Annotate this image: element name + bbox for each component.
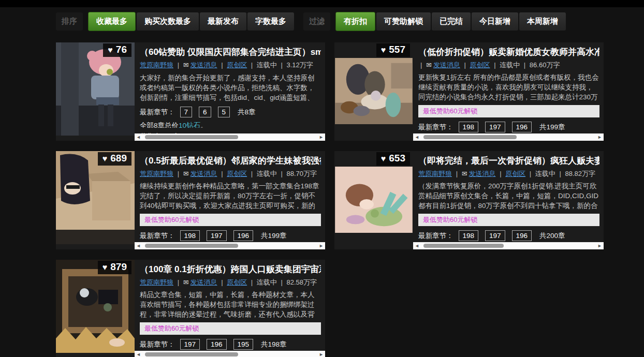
scrollbar-thumb[interactable]: [423, 244, 504, 248]
horizontal-scrollbar[interactable]: ◄ ►: [135, 351, 325, 357]
scroll-right-arrow[interactable]: ►: [319, 135, 324, 140]
separator: |: [249, 278, 255, 286]
scroll-left-arrow[interactable]: ◄: [415, 243, 419, 248]
latest-chapters-label: 最新章节：: [418, 123, 453, 132]
latest-chapters-row: 最新章节： 198 197 196 共199章: [418, 122, 599, 132]
chapter-link[interactable]: 197: [485, 122, 505, 132]
discount-price-link[interactable]: 10钻石: [179, 122, 200, 128]
scroll-right-arrow[interactable]: ►: [319, 352, 324, 357]
scrollbar-thumb[interactable]: [423, 135, 517, 139]
author-link[interactable]: 荒原南野狼: [140, 170, 173, 177]
scroll-left-arrow[interactable]: ◄: [415, 135, 419, 140]
sort-newest-button[interactable]: 最新发布: [200, 12, 246, 31]
novel-title[interactable]: （0.5折最后最优促销）邻居家的学生妹被我强行绑架之: [140, 155, 321, 167]
status-text: 连载中: [257, 170, 277, 177]
scroll-left-arrow[interactable]: ◄: [136, 352, 141, 357]
send-message-link[interactable]: 发送消息: [191, 61, 217, 69]
separator: |: [219, 278, 225, 286]
novel-card[interactable]: ♥689 （0.5折最后最优促销）邻居家的学生妹被我强行绑架之 荒原南野狼 | …: [56, 151, 325, 249]
separator: |: [175, 170, 181, 177]
author-link[interactable]: 荒原南野狼: [418, 170, 452, 177]
author-link[interactable]: 荒原南野狼: [140, 278, 173, 286]
scroll-left-arrow[interactable]: ◄: [136, 135, 141, 140]
horizontal-scrollbar[interactable]: ◄ ►: [135, 242, 325, 249]
separator: |: [219, 61, 225, 69]
sponsor-unlock-link[interactable]: 最低赞助60元解锁: [418, 105, 599, 117]
chapter-total: 共8章: [238, 108, 256, 117]
sort-most-purchased-button[interactable]: 购买次数最多: [137, 12, 199, 31]
chapter-link[interactable]: 198: [459, 230, 479, 241]
separator: |: [557, 170, 563, 177]
novel-thumbnail[interactable]: ♥76: [56, 42, 135, 136]
chapter-link[interactable]: 195: [233, 339, 254, 350]
novel-title[interactable]: （即将完结，最后一次骨折促销）疯狂人贩夫妻连环绑: [418, 155, 599, 167]
filter-sponsor-unlock-button[interactable]: 可赞助解锁: [376, 12, 431, 31]
filter-new-today-button[interactable]: 今日新增: [472, 12, 518, 31]
novel-card[interactable]: ♥653 （即将完结，最后一次骨折促销）疯狂人贩夫妻连环绑 荒原南野狼 | ✉发…: [334, 151, 604, 249]
novel-thumbnail[interactable]: ♥689: [56, 151, 135, 244]
horizontal-scrollbar[interactable]: ◄ ►: [413, 133, 604, 141]
novel-title[interactable]: （100章 0.1折折优惠）跨国人口贩卖集团宇宙系列之绑: [140, 263, 321, 275]
likes-count: 879: [110, 261, 127, 272]
novel-thumbnail[interactable]: ♥557: [334, 42, 413, 136]
meta-line: 荒原南野狼 | ✉发送消息 | 原创区 | 连载中 | 3.12万字: [140, 61, 321, 70]
novel-title[interactable]: （低价折扣促销）贩卖新婚优质女教师并高水准验货调教: [418, 46, 599, 58]
horizontal-scrollbar[interactable]: ◄ ►: [135, 133, 325, 141]
novel-thumbnail[interactable]: ♥653: [334, 151, 413, 244]
category-link[interactable]: 原创区: [227, 278, 247, 286]
novel-description: 大家好，新的集合开始更新了，感谢支持，本人坚持原创或者约稿第一版权的各类小说作品…: [140, 73, 321, 102]
chapter-link[interactable]: 197: [485, 230, 505, 241]
category-link[interactable]: 原创区: [505, 170, 525, 177]
filter-new-this-week-button[interactable]: 本周新增: [519, 12, 566, 31]
novel-card[interactable]: ♥76 （60钻赞助 仅限国庆四部集合完结进主页）sm爱好者 荒原南野狼 | ✉…: [56, 42, 325, 141]
word-count: 88.82万字: [565, 170, 595, 177]
chapter-link[interactable]: 198: [459, 122, 479, 132]
send-message-link[interactable]: 发送消息: [191, 278, 217, 286]
chapter-link[interactable]: 196: [512, 230, 532, 241]
separator: |: [522, 61, 528, 69]
envelope-icon: ✉: [426, 61, 432, 69]
sponsor-unlock-link[interactable]: 最低赞助60元解锁: [140, 214, 321, 226]
separator: |: [279, 170, 284, 177]
filter-completed-button[interactable]: 已完结: [432, 12, 471, 31]
author-link[interactable]: 荒原南野狼: [140, 61, 173, 69]
scrollbar-thumb[interactable]: [145, 244, 238, 248]
scroll-left-arrow[interactable]: ◄: [136, 243, 141, 248]
novel-card[interactable]: ♥557 （低价折扣促销）贩卖新婚优质女教师并高水准验货调教 | ✉发送消息 |…: [334, 42, 604, 141]
latest-chapters-row: 最新章节： 197 196 195 共198章: [140, 339, 321, 350]
word-count: 82.58万字: [286, 278, 317, 286]
heart-icon: ♥: [103, 154, 108, 163]
send-message-link[interactable]: 发送消息: [191, 170, 217, 177]
category-link[interactable]: 原创区: [227, 170, 247, 177]
scroll-right-arrow[interactable]: ►: [319, 243, 324, 248]
scrollbar-thumb[interactable]: [145, 352, 238, 356]
category-link[interactable]: 原创区: [470, 61, 490, 69]
sponsor-unlock-link[interactable]: 最低赞助60元解锁: [140, 322, 321, 335]
sponsor-unlock-link[interactable]: 最低赞助60元解锁: [418, 214, 599, 226]
chapter-link[interactable]: 196: [207, 339, 227, 350]
scroll-right-arrow[interactable]: ►: [597, 243, 602, 248]
chapter-link[interactable]: 5: [218, 107, 230, 117]
chapter-link[interactable]: 197: [207, 230, 227, 241]
scroll-right-arrow[interactable]: ►: [597, 135, 602, 140]
scrollbar-thumb[interactable]: [145, 135, 238, 139]
novel-title[interactable]: （60钻赞助 仅限国庆四部集合完结进主页）sm爱好者: [140, 46, 321, 58]
chapter-link[interactable]: 7: [180, 107, 193, 117]
chapter-link[interactable]: 196: [512, 122, 532, 132]
chapter-link[interactable]: 197: [180, 339, 200, 350]
sort-most-words-button[interactable]: 字数最多: [247, 12, 294, 31]
filter-discounted-button[interactable]: 有折扣: [335, 12, 375, 31]
send-message-link[interactable]: 发送消息: [433, 61, 460, 69]
category-link[interactable]: 原创区: [227, 61, 247, 69]
novel-card[interactable]: ♥879 （100章 0.1折折优惠）跨国人口贩卖集团宇宙系列之绑 荒原南野狼 …: [56, 260, 325, 357]
sort-most-favorited-button[interactable]: 收藏最多: [88, 12, 136, 31]
separator: |: [175, 61, 181, 69]
chapter-link[interactable]: 196: [233, 230, 254, 241]
send-message-link[interactable]: 发送消息: [469, 170, 496, 177]
chapter-link[interactable]: 198: [180, 230, 200, 241]
chapter-link[interactable]: 6: [199, 107, 211, 117]
separator: |: [249, 170, 255, 177]
horizontal-scrollbar[interactable]: ◄ ►: [413, 242, 604, 249]
novel-thumbnail[interactable]: ♥879: [56, 260, 135, 353]
thumbnail-image: [334, 167, 413, 233]
